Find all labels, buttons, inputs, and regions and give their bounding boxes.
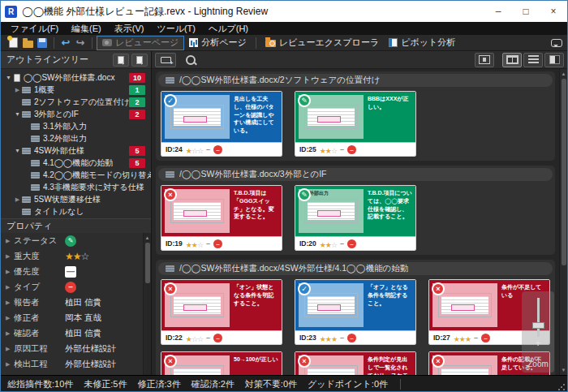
tree-item[interactable]: 4.3非機能要求に対する仕様 [1,181,151,193]
card-comment-text: 50→100が正しい [230,352,282,375]
menu-item-2[interactable]: 表示(V) [108,22,151,35]
expander-closed-icon[interactable]: ▶ [6,269,14,275]
page-button-pivot-analysis[interactable]: ピボット分析 [384,36,460,50]
section-header[interactable]: /◯◯SW外部仕様書.docx/3外部とのIF [158,168,553,181]
expander-open-icon[interactable]: ▼ [13,111,22,117]
document-icon [136,56,143,64]
tree-item[interactable]: 3.2外部出力 [1,132,151,144]
property-row[interactable]: ▶重大度★★☆ [1,248,143,264]
review-card[interactable]: ×条件判定が見出しで一覧化されており、ヌケモレが発生しにくく…☆☆☆–– [295,351,416,375]
page-button-review-explorer[interactable]: レビューエクスプローラ [260,36,384,50]
scrollbar-thumb[interactable] [562,79,566,265]
new-file-button[interactable] [6,37,20,50]
expander-closed-icon[interactable]: ▶ [13,196,22,203]
save-icon [37,38,47,48]
close-button[interactable]: × [540,1,567,22]
page-button-review-page[interactable]: レビューページ [97,36,184,50]
section-header[interactable]: /◯◯SW外部仕様書.docx/4SW外部仕様/4.1◯◯機能の始動 [158,262,553,275]
tile-view-button[interactable] [502,53,522,67]
expander-closed-icon[interactable]: ▶ [13,87,22,93]
zoom-slider-overlay: + Zoom [522,291,554,373]
review-card[interactable]: ✎3.2 外部出力T.B.D.項目については、◯◯要求仕様を確認し、記載すること… [295,185,416,251]
priority-dash: – [206,334,210,342]
scrollbar-thumb[interactable] [145,243,150,283]
list-icon [528,55,539,64]
property-row[interactable]: ▶優先度— [1,264,143,279]
star-empty: ☆ [197,241,203,249]
expander-closed-icon[interactable]: ▶ [6,330,14,337]
section-icon [166,265,174,272]
expand-all-button[interactable] [113,54,129,67]
search-icon[interactable] [184,54,197,67]
expander-closed-icon[interactable]: ▶ [6,238,14,244]
property-row[interactable]: ▶タイプ– [1,279,143,295]
star-filled: ★★ [186,241,197,249]
minimize-button[interactable]: – [484,1,512,22]
comment-bubble-icon[interactable] [551,39,562,47]
tree-item[interactable]: 4.1◯◯機能の始動5 [1,157,151,169]
expander-closed-icon[interactable]: ▶ [6,284,14,291]
menu-item-3[interactable]: ツール(T) [150,22,202,35]
resize-grip[interactable] [557,383,566,391]
property-row[interactable]: ▶報告者植田 信貴 [1,295,143,310]
main-scrollbar[interactable]: ▲ ▼ [559,69,567,375]
property-row[interactable]: ▶原因工程外部仕様設計 [1,341,143,356]
review-card[interactable]: ✓見出しを工夫し、仕様のパターンを認識しやすい構成にしている。ID:24★☆☆–… [161,91,282,157]
menu-item-4[interactable]: ヘルプ(H) [202,22,255,35]
collapse-all-button[interactable] [131,54,148,67]
card-body: ✎3.2 外部出力T.B.D.項目については、◯◯要求仕様を確認し、記載すること… [295,186,415,236]
add-review-page-button[interactable] [155,53,176,67]
review-card[interactable]: ×50→100が正しい☆☆☆–– [161,351,282,375]
section-header[interactable]: /◯◯SW外部仕様書.docx/2ソフトウェアの位置付け [158,74,553,87]
tree-item[interactable]: ▶5SW状態遷移仕様 [1,193,151,205]
review-card[interactable]: ✎BBBはXXXが正しい。ID:25★★☆–– [295,91,416,157]
list-view-button[interactable] [523,53,543,67]
properties-scrollbar[interactable]: ▲ [143,233,151,375]
page-button-analysis-page[interactable]: 分析ページ [184,36,252,50]
zoom-slider-track[interactable] [537,298,540,337]
tree-item[interactable]: ▼◯◯SW外部仕様書.docx10 [1,71,151,84]
maximize-button[interactable]: □ [512,1,540,22]
tree-item[interactable]: ▼3外部とのIF2 [1,108,151,120]
fit-to-screen-button[interactable] [475,53,494,67]
undo-button[interactable]: ↩ [58,37,73,50]
tree-item[interactable]: 2ソフトウェアの位置付け2 [1,96,151,108]
tree-item[interactable]: ▶1概要1 [1,84,151,96]
zoom-slider-thumb[interactable] [532,322,544,329]
expander-closed-icon[interactable]: ▶ [6,315,14,321]
page-button-label: ピボット分析 [401,37,455,49]
expander-closed-icon[interactable]: ▶ [6,346,14,352]
scroll-up-icon[interactable]: ▲ [145,233,150,243]
review-card[interactable]: ✓「オフ」となる条件を明記すること。ID:23★★★–– [295,279,416,345]
property-row[interactable]: ▶検出工程外部仕様設計 [1,356,143,372]
type-minus-icon: – [347,145,356,154]
toolbar-separator [256,37,256,49]
tree-item[interactable]: 4.2◯◯機能モードの切り替え [1,169,151,181]
property-row[interactable]: ▶確認者植田 信貴 [1,325,143,341]
property-row[interactable]: ▶修正者岡本 直哉 [1,310,143,325]
expander-open-icon[interactable]: ▼ [13,148,22,153]
property-row[interactable]: ▶ステータス✎ [1,233,143,248]
property-text-value: 岡本 直哉 [65,312,101,324]
expander-closed-icon[interactable]: ▶ [6,253,14,260]
card-comment-text: T.B.D.項目については、◯◯要求仕様を確認し、記載すること。 [364,186,415,236]
save-button[interactable] [35,37,49,50]
menu-item-0[interactable]: ファイル(F) [4,22,65,35]
tree-item[interactable]: 3.1外部入力 [1,120,151,132]
expander-open-icon[interactable]: ▼ [4,75,13,80]
tree-item[interactable]: タイトルなし [1,205,151,218]
open-file-button[interactable] [20,37,35,50]
menu-item-1[interactable]: 編集(E) [65,22,108,35]
expander-closed-icon[interactable]: ▶ [6,361,14,368]
review-card[interactable]: ×T.B.D.項目は「GGGスイッチ」となる。変更すること。ID:19★★☆–– [161,185,282,251]
scroll-down-icon[interactable]: ▼ [562,365,566,375]
scroll-up-icon[interactable]: ▲ [562,69,566,79]
detail-pane-toggle-button[interactable] [544,53,564,67]
zoom-in-icon[interactable]: + [535,338,540,348]
expander-closed-icon[interactable]: ▶ [6,299,14,306]
redo-button[interactable]: ↪ [73,37,88,50]
statusbar-divider [400,379,401,390]
property-value: ★★☆ [65,251,88,262]
tree-item[interactable]: ▼4SW外部仕様5 [1,144,151,157]
review-card[interactable]: ×「オン」状態となる条件を明記すること。ID:22★☆☆–– [161,279,282,345]
